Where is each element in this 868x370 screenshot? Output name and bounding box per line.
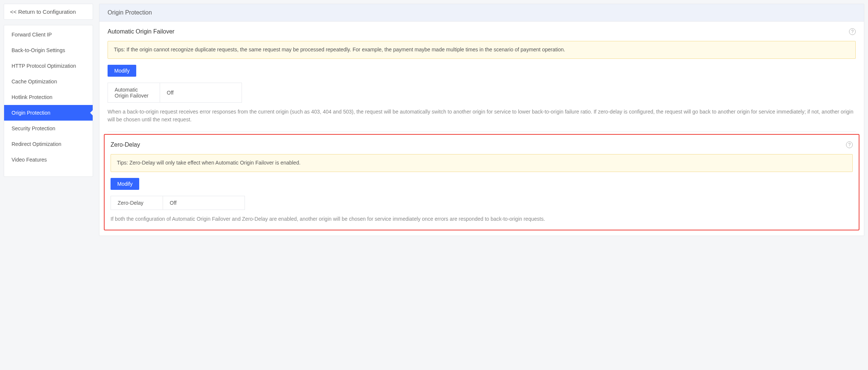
tips-box-failover: Tips: If the origin cannot recognize dup… xyxy=(108,41,856,59)
sidebar-nav: Forward Client IP Back-to-Origin Setting… xyxy=(4,25,93,177)
main-content: Origin Protection Automatic Origin Failo… xyxy=(99,4,864,236)
failover-description: When a back-to-origin request receives e… xyxy=(108,108,856,124)
zero-delay-status-table: Zero-Delay Off xyxy=(111,196,245,210)
return-to-configuration-link[interactable]: << Return to Configuration xyxy=(4,4,93,20)
section-zero-delay-highlight: Zero-Delay ? Tips: Zero-Delay will only … xyxy=(104,134,859,230)
sidebar-item-redirect-optimization[interactable]: Redirect Optimization xyxy=(4,136,93,152)
sidebar-item-back-to-origin-settings[interactable]: Back-to-Origin Settings xyxy=(4,42,93,58)
failover-status-label: Automatic Origin Failover xyxy=(108,83,160,102)
section-header: Zero-Delay ? xyxy=(111,141,853,148)
zero-delay-status-label: Zero-Delay xyxy=(111,196,163,210)
sidebar-item-security-protection[interactable]: Security Protection xyxy=(4,121,93,136)
section-title-failover: Automatic Origin Failover xyxy=(108,28,175,35)
table-row: Automatic Origin Failover Off xyxy=(108,83,242,102)
section-automatic-origin-failover: Automatic Origin Failover ? Tips: If the… xyxy=(99,22,864,131)
failover-status-value: Off xyxy=(160,83,242,102)
section-zero-delay: Zero-Delay ? Tips: Zero-Delay will only … xyxy=(105,135,859,230)
help-icon[interactable]: ? xyxy=(849,28,856,35)
sidebar: << Return to Configuration Forward Clien… xyxy=(4,4,93,236)
section-divider xyxy=(108,131,856,132)
table-row: Zero-Delay Off xyxy=(111,196,245,210)
sidebar-item-forward-client-ip[interactable]: Forward Client IP xyxy=(4,27,93,42)
help-icon[interactable]: ? xyxy=(846,141,853,148)
section-header: Automatic Origin Failover ? xyxy=(108,28,856,35)
zero-delay-status-value: Off xyxy=(163,196,245,210)
modify-failover-button[interactable]: Modify xyxy=(108,65,136,77)
page-title: Origin Protection xyxy=(99,4,864,22)
sidebar-item-cache-optimization[interactable]: Cache Optimization xyxy=(4,74,93,89)
sidebar-item-video-features[interactable]: Video Features xyxy=(4,152,93,168)
tips-box-zero-delay: Tips: Zero-Delay will only take effect w… xyxy=(111,154,853,172)
section-title-zero-delay: Zero-Delay xyxy=(111,141,140,148)
sidebar-item-hotlink-protection[interactable]: Hotlink Protection xyxy=(4,89,93,105)
sidebar-item-http-protocol-optimization[interactable]: HTTP Protocol Optimization xyxy=(4,58,93,74)
page-layout: << Return to Configuration Forward Clien… xyxy=(4,4,864,236)
modify-zero-delay-button[interactable]: Modify xyxy=(111,178,139,190)
sidebar-item-origin-protection[interactable]: Origin Protection xyxy=(4,105,93,121)
zero-delay-description: If both the configuration of Automatic O… xyxy=(111,215,853,223)
failover-status-table: Automatic Origin Failover Off xyxy=(108,83,242,103)
